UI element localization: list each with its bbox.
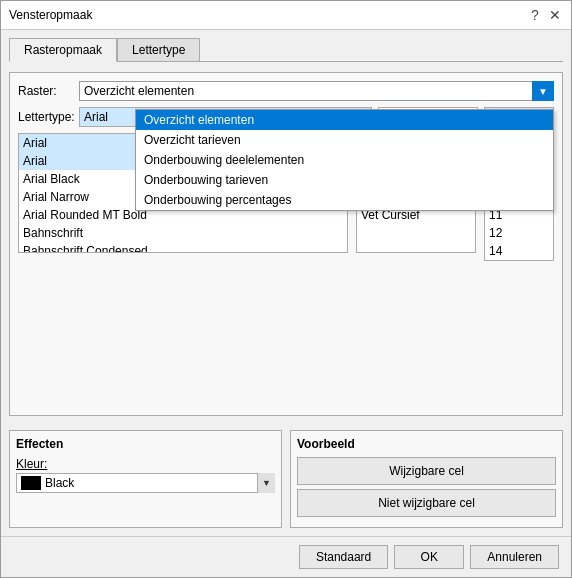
tab-bar: Rasteropmaak Lettertype: [9, 38, 563, 62]
raster-dropdown: Overzicht elementen Overzicht tarieven O…: [135, 109, 554, 211]
font-item-bahnschrift-condensed[interactable]: Bahnschrift Condensed: [19, 242, 347, 253]
bottom-sections: Effecten Kleur: Black Voorbeeld Wijzigba…: [9, 430, 563, 528]
raster-label: Raster:: [18, 84, 73, 98]
raster-select-wrapper: Overzicht elementen Overzicht tarieven O…: [79, 81, 554, 101]
dialog-footer: Standaard OK Annuleren: [1, 536, 571, 577]
dropdown-item-overzicht-tarieven[interactable]: Overzicht tarieven: [136, 130, 553, 150]
raster-select[interactable]: Overzicht elementen Overzicht tarieven O…: [79, 81, 554, 101]
niet-wijzigbare-cel-button[interactable]: Niet wijzigbare cel: [297, 489, 556, 517]
lettertype-label: Lettertype:: [18, 110, 73, 124]
standaard-button[interactable]: Standaard: [299, 545, 388, 569]
dialog-body: Rasteropmaak Lettertype Raster: Overzich…: [1, 30, 571, 536]
voorbeeld-box: Voorbeeld Wijzigbare cel Niet wijzigbare…: [290, 430, 563, 528]
points-item-12[interactable]: 12: [485, 224, 553, 242]
wijzigbare-cel-button[interactable]: Wijzigbare cel: [297, 457, 556, 485]
voorbeeld-title: Voorbeeld: [297, 437, 556, 451]
help-button[interactable]: ?: [527, 7, 543, 23]
effecten-title: Effecten: [16, 437, 275, 451]
color-swatch: [21, 476, 41, 490]
kleur-label: Kleur:: [16, 457, 275, 471]
tab-lettertype[interactable]: Lettertype: [117, 38, 200, 61]
dropdown-item-onderbouwing-deelelementen[interactable]: Onderbouwing deelelementen: [136, 150, 553, 170]
ok-button[interactable]: OK: [394, 545, 464, 569]
close-button[interactable]: ✕: [547, 7, 563, 23]
annuleren-button[interactable]: Annuleren: [470, 545, 559, 569]
dialog-window: Vensteropmaak ? ✕ Rasteropmaak Lettertyp…: [0, 0, 572, 578]
dropdown-item-onderbouwing-tarieven[interactable]: Onderbouwing tarieven: [136, 170, 553, 190]
title-bar: Vensteropmaak ? ✕: [1, 1, 571, 30]
tab-rasteropmaak[interactable]: Rasteropmaak: [9, 38, 117, 62]
style-item-empty-5[interactable]: [357, 242, 475, 253]
kleur-dropdown-arrow[interactable]: [257, 473, 275, 493]
effecten-box: Effecten Kleur: Black: [9, 430, 282, 528]
raster-row: Raster: Overzicht elementen Overzicht ta…: [18, 81, 554, 101]
dropdown-item-onderbouwing-percentages[interactable]: Onderbouwing percentages: [136, 190, 553, 210]
kleur-row: Kleur: Black: [16, 457, 275, 493]
kleur-value: Black: [45, 476, 74, 490]
kleur-select-container: Black: [16, 473, 275, 493]
points-item-14[interactable]: 14: [485, 242, 553, 260]
content-area: Raster: Overzicht elementen Overzicht ta…: [9, 72, 563, 416]
dialog-title: Vensteropmaak: [9, 8, 92, 22]
style-item-empty-4[interactable]: [357, 224, 475, 242]
dropdown-item-overzicht-elementen[interactable]: Overzicht elementen: [136, 110, 553, 130]
font-item-bahnschrift[interactable]: Bahnschrift: [19, 224, 347, 242]
title-bar-controls: ? ✕: [527, 7, 563, 23]
kleur-select[interactable]: Black: [16, 473, 275, 493]
